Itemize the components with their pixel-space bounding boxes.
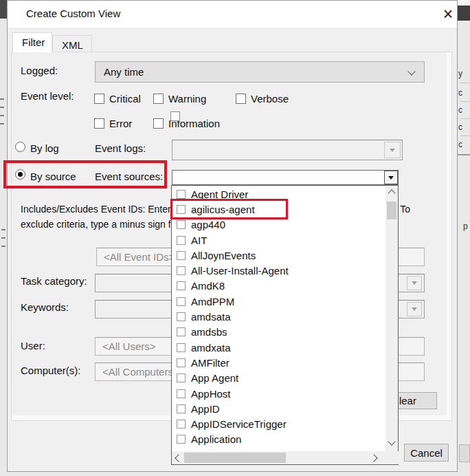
list-item[interactable]: amdxata	[172, 340, 385, 355]
vertical-scrollbar[interactable]	[385, 186, 398, 451]
item-checkbox[interactable]	[177, 343, 186, 352]
event-logs-combobox	[172, 140, 403, 160]
item-label: AllJoynEvents	[191, 250, 256, 261]
checkbox-label: Verbose	[251, 93, 289, 105]
list-item[interactable]: Application	[172, 432, 385, 447]
event-logs-dropdown-button	[384, 142, 401, 158]
cancel-button[interactable]: Cancel	[404, 444, 449, 462]
list-item[interactable]: AppID	[172, 401, 385, 416]
background-window-left	[0, 0, 7, 476]
list-item[interactable]: AIT	[172, 232, 385, 248]
item-checkbox[interactable]	[177, 404, 186, 413]
event-sources-dropdown-button[interactable]	[384, 171, 398, 184]
list-item[interactable]: App Agent	[172, 371, 385, 386]
scroll-up-icon[interactable]	[385, 188, 398, 199]
event-sources-combobox[interactable]	[172, 170, 399, 185]
list-item[interactable]: AppHost	[172, 386, 385, 401]
item-label: AppID	[191, 403, 220, 415]
checkbox[interactable]	[94, 94, 104, 104]
list-item[interactable]: All-User-Install-Agent	[172, 263, 385, 278]
item-label: amdxata	[191, 342, 231, 354]
item-label: amdsbs	[191, 326, 227, 338]
item-label: AmdK8	[191, 280, 225, 292]
background-text-fragment: c	[458, 88, 462, 98]
annotation-box-by-source	[3, 160, 167, 188]
item-label: AMFilter	[191, 357, 230, 369]
background-text-fragment: c	[458, 105, 462, 115]
background-titlebar-fragment	[0, 0, 7, 19]
checkbox[interactable]	[236, 94, 246, 104]
close-icon[interactable]: ×	[438, 4, 458, 23]
item-checkbox[interactable]	[177, 190, 186, 199]
logged-combobox[interactable]: Any time	[95, 61, 425, 83]
list-item[interactable]: AppIDServiceTrigger	[172, 416, 385, 431]
item-label: agp440	[191, 219, 225, 230]
logged-value: Any time	[104, 66, 144, 78]
item-checkbox[interactable]	[177, 281, 186, 290]
item-checkbox[interactable]	[177, 236, 186, 245]
item-label: AppIDServiceTrigger	[191, 418, 287, 430]
scroll-down-icon[interactable]	[385, 436, 398, 447]
item-checkbox[interactable]	[177, 220, 186, 229]
list-item[interactable]: AllJoynEvents	[172, 248, 385, 263]
item-label: AIT	[191, 235, 207, 246]
stray-checkbox-artifact	[170, 111, 180, 121]
dropdown-arrow-icon	[388, 176, 394, 180]
scroll-right-icon[interactable]	[368, 453, 379, 463]
list-item[interactable]: AmdPPM	[172, 294, 385, 309]
scroll-left-icon[interactable]	[173, 453, 184, 463]
vertical-scrollbar-thumb[interactable]	[387, 202, 396, 219]
computer-value: <All Computers>	[102, 366, 179, 378]
item-checkbox[interactable]	[177, 389, 186, 398]
task-category-dropdown-button[interactable]	[407, 276, 422, 290]
level-checkbox-item[interactable]: Warning	[153, 93, 206, 105]
list-item[interactable]: AmdK8	[172, 279, 385, 294]
level-checkbox-item[interactable]: Critical	[94, 93, 141, 105]
item-label: All-User-Install-Agent	[191, 265, 289, 277]
list-item[interactable]: amdsata	[172, 309, 385, 324]
list-item[interactable]: AMFilter	[172, 355, 385, 370]
item-label: Application	[191, 433, 241, 445]
chevron-down-icon	[407, 67, 415, 75]
checkbox[interactable]	[153, 94, 164, 104]
level-checkbox-item[interactable]: Error	[94, 118, 132, 129]
tab-xml[interactable]: XML	[52, 35, 92, 52]
item-checkbox[interactable]	[177, 327, 186, 336]
event-ids-placeholder: <All Event IDs>	[104, 251, 175, 263]
background-text-fragment: c	[458, 122, 462, 132]
item-checkbox[interactable]	[177, 312, 186, 321]
background-window-right: y c c c c p	[458, 0, 470, 476]
dropdown-arrow-icon	[412, 281, 417, 285]
item-checkbox[interactable]	[177, 297, 186, 306]
screen: y c c c c p Create Custom View × XML Fil…	[0, 0, 470, 476]
background-button-fragment	[459, 444, 470, 462]
checkbox[interactable]	[94, 118, 104, 129]
keywords-dropdown-button[interactable]	[407, 302, 422, 316]
item-checkbox[interactable]	[177, 374, 186, 382]
by-log-radio[interactable]	[15, 142, 25, 152]
dropdown-arrow-icon	[390, 149, 395, 152]
dropdown-arrow-icon	[412, 307, 417, 311]
item-label: App Agent	[191, 372, 238, 384]
checkbox[interactable]	[153, 118, 164, 129]
task-category-label: Task category:	[21, 275, 87, 287]
event-sources-list: Agent Driver agilicus-agent agp440 AIT A…	[172, 186, 385, 447]
annotation-box-agilicus-agent	[170, 199, 288, 219]
level-checkbox-item[interactable]: Information	[153, 118, 220, 129]
item-checkbox[interactable]	[177, 435, 186, 444]
item-label: amdsata	[191, 311, 231, 323]
item-checkbox[interactable]	[177, 358, 186, 367]
computer-label: Computer(s):	[21, 365, 81, 376]
item-checkbox[interactable]	[177, 266, 186, 275]
checkbox-label: Warning	[168, 93, 206, 105]
horizontal-scrollbar-thumb[interactable]	[184, 453, 286, 463]
user-label: User:	[21, 340, 45, 351]
tab-filter[interactable]: Filter	[12, 32, 52, 52]
checkbox-label: Critical	[109, 93, 141, 105]
level-checkbox-item[interactable]: Verbose	[236, 93, 289, 105]
event-level-label: Event level:	[21, 90, 74, 102]
item-checkbox[interactable]	[177, 420, 186, 429]
list-item[interactable]: amdsbs	[172, 325, 385, 340]
background-text-fragment: c	[458, 140, 462, 149]
item-checkbox[interactable]	[177, 251, 186, 260]
